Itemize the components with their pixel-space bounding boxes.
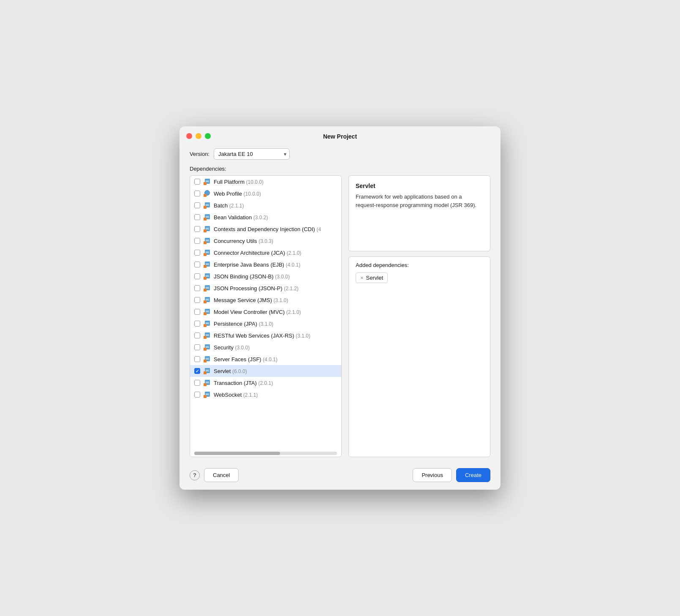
traffic-lights — [186, 133, 211, 139]
dep-icon-ejb: EE — [204, 261, 210, 268]
previous-button[interactable]: Previous — [413, 468, 452, 482]
dep-item-ejb[interactable]: EE Enterprise Java Beans (EJB) (4.0.1) — [190, 259, 341, 270]
version-select[interactable]: Jakarta EE 8 Jakarta EE 9 Jakarta EE 9.1… — [214, 148, 290, 160]
dep-name-jsonp: JSON Processing (JSON-P) (2.1.2) — [214, 285, 337, 292]
dep-item-jsf[interactable]: EE Server Faces (JSF) (4.0.1) — [190, 353, 341, 365]
dep-icon-bean-validation: EE — [204, 214, 210, 221]
dep-item-websocket[interactable]: EE WebSocket (2.1.1) — [190, 389, 341, 401]
dependencies-label: Dependencies: — [190, 166, 490, 172]
dep-checkbox-jsf[interactable] — [194, 356, 200, 362]
dep-checkbox-concurrency[interactable] — [194, 238, 200, 244]
horizontal-scrollbar[interactable] — [194, 452, 337, 455]
info-description: Framework for web applications based on … — [356, 193, 483, 209]
dep-name-security: Security (3.0.0) — [214, 344, 337, 351]
dep-checkbox-full-platform[interactable] — [194, 179, 200, 185]
dep-checkbox-bean-validation[interactable] — [194, 214, 200, 220]
minimize-button[interactable] — [196, 133, 201, 139]
added-dependencies-panel: Added dependencies: ×Servlet — [348, 256, 490, 457]
scrollbar-thumb — [194, 452, 280, 455]
footer-right: Previous Create — [413, 468, 490, 482]
dep-checkbox-ejb[interactable] — [194, 262, 200, 267]
dep-name-batch: Batch (2.1.1) — [214, 202, 337, 209]
dep-checkbox-servlet[interactable] — [194, 368, 200, 374]
dep-item-jsonp[interactable]: EE JSON Processing (JSON-P) (2.1.2) — [190, 282, 341, 294]
dep-checkbox-jta[interactable] — [194, 380, 200, 386]
dep-item-servlet[interactable]: EE Servlet (6.0.0) — [190, 365, 341, 377]
dep-icon-web-profile — [204, 190, 210, 197]
dep-name-concurrency: Concurrency Utils (3.0.3) — [214, 238, 337, 244]
dep-icon-security: EE — [204, 344, 210, 351]
dep-checkbox-jca[interactable] — [194, 250, 200, 256]
dep-item-jta[interactable]: EE Transaction (JTA) (2.0.1) — [190, 377, 341, 389]
dep-item-cdi[interactable]: EE Contexts and Dependency Injection (CD… — [190, 223, 341, 235]
dep-name-websocket: WebSocket (2.1.1) — [214, 392, 337, 398]
dep-item-bean-validation[interactable]: EE Bean Validation (3.0.2) — [190, 211, 341, 223]
dep-item-batch[interactable]: EE Batch (2.1.1) — [190, 199, 341, 211]
new-project-dialog: New Project Version: Jakarta EE 8 Jakart… — [180, 126, 500, 490]
added-dependencies-label: Added dependencies: — [356, 262, 483, 268]
cancel-button[interactable]: Cancel — [204, 468, 239, 482]
dependencies-scroll[interactable]: EE Full Platform (10.0.0) Web Profile (1… — [190, 176, 341, 450]
version-row: Version: Jakarta EE 8 Jakarta EE 9 Jakar… — [190, 148, 490, 160]
close-button[interactable] — [186, 133, 192, 139]
dep-item-full-platform[interactable]: EE Full Platform (10.0.0) — [190, 176, 341, 188]
info-title: Servlet — [356, 183, 483, 189]
dep-icon-full-platform: EE — [204, 178, 210, 185]
dep-checkbox-web-profile[interactable] — [194, 191, 200, 196]
dep-icon-jta: EE — [204, 379, 210, 386]
added-dep-name-servlet-tag: Servlet — [366, 275, 383, 281]
dep-item-jpa[interactable]: EE Persistence (JPA) (3.1.0) — [190, 318, 341, 330]
dep-checkbox-jsonb[interactable] — [194, 273, 200, 279]
dep-icon-jsonp: EE — [204, 285, 210, 292]
dep-icon-jca: EE — [204, 249, 210, 256]
dep-checkbox-jsonp[interactable] — [194, 285, 200, 291]
dep-checkbox-batch[interactable] — [194, 202, 200, 208]
dep-name-mvc: Model View Controller (MVC) (2.1.0) — [214, 309, 337, 315]
dep-item-jms[interactable]: EE Message Service (JMS) (3.1.0) — [190, 294, 341, 306]
dep-icon-concurrency: EE — [204, 237, 210, 244]
dep-item-jsonb[interactable]: EE JSON Binding (JSON-B) (3.0.0) — [190, 270, 341, 282]
dep-checkbox-jpa[interactable] — [194, 321, 200, 327]
dep-item-concurrency[interactable]: EE Concurrency Utils (3.0.3) — [190, 235, 341, 247]
dependencies-list-container: EE Full Platform (10.0.0) Web Profile (1… — [190, 175, 342, 457]
dep-checkbox-jaxrs[interactable] — [194, 333, 200, 338]
dep-name-jaxrs: RESTful Web Services (JAX-RS) (3.1.0) — [214, 333, 337, 339]
dep-icon-mvc: EE — [204, 308, 210, 315]
dep-name-web-profile: Web Profile (10.0.0) — [214, 191, 337, 197]
dep-name-ejb: Enterprise Java Beans (EJB) (4.0.1) — [214, 262, 337, 268]
added-dependencies-tags: ×Servlet — [356, 273, 483, 283]
dep-icon-servlet: EE — [204, 368, 210, 374]
dep-icon-jpa: EE — [204, 320, 210, 327]
dep-item-jaxrs[interactable]: EE RESTful Web Services (JAX-RS) (3.1.0) — [190, 330, 341, 341]
dep-checkbox-cdi[interactable] — [194, 226, 200, 232]
dep-checkbox-jms[interactable] — [194, 297, 200, 303]
dep-item-mvc[interactable]: EE Model View Controller (MVC) (2.1.0) — [190, 306, 341, 318]
added-dep-tag-servlet-tag: ×Servlet — [356, 273, 388, 283]
dep-icon-jms: EE — [204, 297, 210, 303]
help-button[interactable]: ? — [190, 470, 200, 480]
dep-icon-jsf: EE — [204, 356, 210, 363]
main-content: EE Full Platform (10.0.0) Web Profile (1… — [190, 175, 490, 457]
title-bar: New Project — [180, 126, 500, 145]
dep-name-jsf: Server Faces (JSF) (4.0.1) — [214, 356, 337, 363]
dep-checkbox-mvc[interactable] — [194, 309, 200, 315]
info-panel: Servlet Framework for web applications b… — [348, 175, 490, 251]
dep-item-web-profile[interactable]: Web Profile (10.0.0) — [190, 188, 341, 199]
dep-icon-cdi: EE — [204, 226, 210, 232]
dep-item-jca[interactable]: EE Connector Architecture (JCA) (2.1.0) — [190, 247, 341, 259]
dep-icon-websocket: EE — [204, 391, 210, 398]
version-label: Version: — [190, 151, 209, 157]
version-select-wrapper[interactable]: Jakarta EE 8 Jakarta EE 9 Jakarta EE 9.1… — [214, 148, 290, 160]
maximize-button[interactable] — [205, 133, 211, 139]
create-button[interactable]: Create — [456, 468, 490, 482]
dep-name-cdi: Contexts and Dependency Injection (CDI) … — [214, 226, 337, 232]
remove-dep-servlet-tag[interactable]: × — [360, 275, 364, 281]
dep-checkbox-websocket[interactable] — [194, 392, 200, 398]
dep-icon-jsonb: EE — [204, 273, 210, 280]
dep-name-servlet: Servlet (6.0.0) — [214, 368, 337, 374]
footer-left: ? Cancel — [190, 468, 239, 482]
dep-name-jpa: Persistence (JPA) (3.1.0) — [214, 321, 337, 327]
dep-name-jsonb: JSON Binding (JSON-B) (3.0.0) — [214, 273, 337, 280]
dep-checkbox-security[interactable] — [194, 344, 200, 350]
dep-item-security[interactable]: EE Security (3.0.0) — [190, 341, 341, 353]
